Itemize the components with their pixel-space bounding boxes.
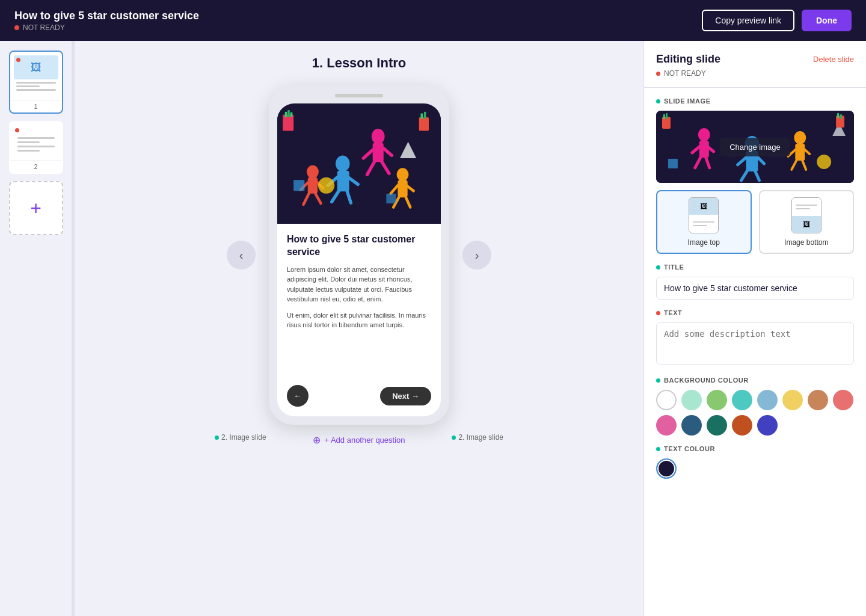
bg-colour-swatch-10[interactable] [707, 415, 727, 436]
layout-bottom-icon: 🖼 [791, 197, 821, 233]
layout-image-bottom[interactable]: 🖼 Image bottom [759, 190, 855, 254]
header-left: How to give 5 star customer service NOT … [14, 10, 199, 32]
layout-image-top[interactable]: 🖼 Image top [656, 190, 752, 254]
main-layout: 🖼 1 [0, 41, 866, 616]
plus-icon: + [30, 197, 41, 220]
delete-slide-button[interactable]: Delete slide [813, 55, 854, 64]
add-question-label: + Add another question [324, 436, 405, 445]
layout-top-label: Image top [688, 238, 720, 247]
phone-footer: ← Next → [277, 379, 441, 416]
thumb-lines-2 [14, 132, 58, 156]
bg-colour-swatch-5[interactable] [782, 390, 803, 410]
bg-colour-swatch-12[interactable] [757, 415, 778, 436]
next-slide-button[interactable]: › [462, 241, 491, 270]
svg-point-17 [397, 168, 409, 181]
svg-rect-32 [386, 194, 396, 203]
phone-screen: How to give 5 star customer service Lore… [277, 103, 441, 416]
text-textarea[interactable] [656, 322, 854, 365]
slide-thumb-inner-1: 🖼 [10, 52, 62, 100]
text-section-text: TEXT [664, 309, 682, 316]
phone-body-1: Lorem ipsum dolor sit amet, consectetur … [287, 265, 431, 304]
header-status: NOT READY [14, 23, 199, 32]
text-dot [656, 311, 660, 315]
slide-image-text: SLIDE IMAGE [664, 97, 711, 105]
add-icon: ⊕ [313, 434, 321, 446]
thumb-line [16, 82, 56, 84]
prev-slide-button[interactable]: ‹ [227, 241, 256, 270]
right-panel: Editing slide Delete slide NOT READY SLI… [643, 41, 866, 616]
svg-rect-6 [373, 143, 384, 162]
text-label: TEXT [656, 309, 854, 316]
change-image-button[interactable]: Change image [720, 138, 790, 156]
bg-colour-swatch-8[interactable] [656, 415, 677, 436]
sidebar-slide-1[interactable]: 🖼 1 [9, 51, 63, 114]
slide-number-2: 2 [10, 160, 62, 173]
header-actions: Copy preview link Done [702, 10, 852, 31]
title-section: TITLE [656, 263, 854, 300]
bg-colour-section: BACKGROUND COLOUR [656, 377, 854, 436]
svg-rect-12 [337, 171, 349, 191]
next-button[interactable]: Next → [380, 387, 431, 405]
bg-colour-swatch-3[interactable] [732, 390, 752, 410]
bg-colour-swatch-7[interactable] [833, 390, 853, 410]
text-colour-palette [656, 458, 854, 479]
bg-colour-swatch-6[interactable] [808, 390, 828, 410]
phone-container: ‹ 2. Image slide [269, 85, 449, 425]
page-title: How to give 5 star customer service [14, 10, 199, 22]
svg-rect-24 [308, 177, 318, 194]
thumb-line [16, 89, 56, 91]
add-question-link[interactable]: ⊕ + Add another question [313, 434, 405, 446]
slide-sidebar: 🖼 1 [0, 41, 72, 616]
bg-colour-swatch-2[interactable] [707, 390, 727, 410]
svg-rect-0 [277, 109, 441, 218]
bg-colour-swatch-0[interactable] [656, 390, 677, 410]
bg-colour-text: BACKGROUND COLOUR [664, 377, 749, 384]
panel-status-dot [656, 72, 660, 76]
thumb-red-dot-2 [15, 128, 19, 132]
bg-colour-swatch-4[interactable] [757, 390, 778, 410]
svg-rect-33 [419, 117, 429, 131]
text-colour-swatch-dark[interactable] [656, 458, 677, 479]
title-input[interactable] [656, 277, 854, 300]
svg-rect-3 [287, 110, 290, 117]
svg-rect-35 [424, 112, 426, 119]
svg-rect-18 [398, 180, 407, 197]
text-section: TEXT [656, 309, 854, 367]
sidebar-slide-2[interactable]: 2 [9, 121, 63, 174]
done-button[interactable]: Done [802, 10, 852, 31]
bg-colour-swatch-11[interactable] [732, 415, 752, 436]
panel-header: Editing slide Delete slide [656, 53, 854, 66]
svg-rect-29 [293, 180, 304, 191]
canvas-area: 1. Lesson Intro ‹ 2. Image slide [75, 41, 643, 616]
back-button[interactable]: ← [287, 385, 309, 407]
slide-image-dot [656, 99, 660, 103]
phone-heading: How to give 5 star customer service [287, 233, 431, 259]
nav-text-left: 2. Image slide [221, 433, 266, 442]
thumb-image-area-1: 🖼 [14, 55, 58, 79]
text-colour-label: TEXT COLOUR [656, 445, 854, 452]
thumb-line [16, 85, 40, 87]
status-label: NOT READY [23, 23, 65, 32]
image-layout-options: 🖼 Image top [656, 190, 854, 254]
slide-thumb-inner-2 [10, 122, 62, 160]
bg-colour-dot [656, 378, 660, 383]
svg-point-11 [336, 155, 350, 171]
svg-rect-1 [283, 114, 293, 131]
bg-colour-label: BACKGROUND COLOUR [656, 377, 854, 384]
slide-image-preview[interactable]: Change image [656, 111, 854, 183]
thumb-lines-1 [14, 82, 58, 91]
bg-colour-swatch-9[interactable] [681, 415, 702, 436]
text-colour-dot [656, 447, 660, 451]
thumb-line [17, 150, 40, 152]
add-slide-button[interactable]: + [9, 181, 63, 235]
thumb-line [17, 137, 55, 139]
phone-slide-image [277, 103, 441, 224]
nav-dot-left [215, 436, 219, 440]
copy-preview-button[interactable]: Copy preview link [702, 10, 794, 31]
back-arrow-icon: ← [293, 391, 302, 401]
svg-rect-2 [285, 112, 287, 117]
svg-point-31 [318, 177, 334, 194]
svg-rect-34 [420, 114, 423, 119]
bg-colour-swatch-1[interactable] [681, 390, 702, 410]
phone-content: How to give 5 star customer service Lore… [277, 224, 441, 379]
